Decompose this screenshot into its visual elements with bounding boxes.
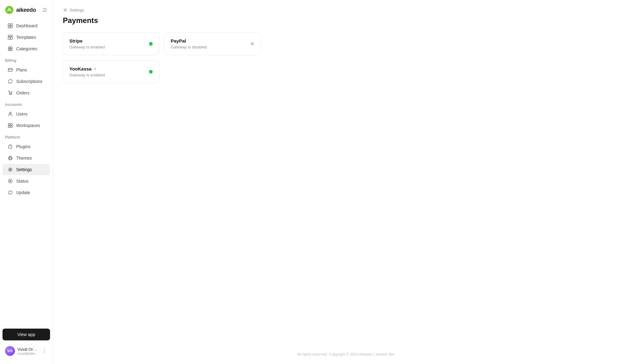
svg-rect-7 (11, 26, 12, 28)
sidebar-item-update-label: Update (16, 190, 30, 195)
settings-breadcrumb-icon (63, 8, 67, 12)
svg-rect-21 (11, 124, 12, 125)
yookassa-status-indicator (149, 70, 153, 74)
sidebar-item-settings[interactable]: Settings (2, 164, 50, 175)
yookassa-card-name: YooKassa ✦ (69, 66, 105, 71)
paypal-card-status: Gateway is disabled (171, 45, 207, 49)
breadcrumb-icon (63, 7, 68, 12)
workspaces-icon (7, 123, 13, 128)
svg-point-30 (44, 352, 45, 353)
sidebar-item-themes[interactable]: Themes (2, 152, 50, 164)
sidebar-item-users-label: Users (16, 111, 28, 116)
sidebar-footer: View app VO Vusal Orujov vusal@aikeedo.c… (0, 325, 53, 361)
paypal-card-info: PayPal Gateway is disabled (171, 38, 207, 49)
stripe-status-indicator (149, 42, 153, 46)
footer-text: All rights reserved. Copyright © 2024 Ai… (297, 352, 395, 357)
svg-rect-20 (8, 124, 10, 125)
user-name: Vusal Orujov (17, 347, 39, 352)
svg-rect-15 (8, 68, 12, 71)
sidebar-item-plugins[interactable]: Plugins (2, 141, 50, 152)
user-avatar: VO (5, 346, 15, 356)
user-info: Vusal Orujov vusal@aikeedo.com (17, 347, 39, 355)
svg-point-16 (9, 70, 10, 71)
breadcrumb-label: Settings (70, 8, 84, 12)
svg-point-12 (11, 47, 12, 49)
sidebar-item-status-label: Status (16, 179, 29, 184)
paypal-card-name: PayPal (171, 38, 207, 43)
sidebar-item-update[interactable]: Update (2, 187, 50, 198)
user-profile-row: VO Vusal Orujov vusal@aikeedo.com (2, 344, 50, 358)
user-menu-button[interactable] (41, 348, 48, 354)
yookassa-card-status: Gateway is enabled (69, 73, 105, 77)
svg-rect-9 (8, 37, 10, 39)
stripe-card-info: Stripe Gateway is enabled (69, 38, 105, 49)
sidebar-item-users[interactable]: Users (2, 108, 50, 120)
sidebar-item-dashboard[interactable]: Dashboard (2, 20, 50, 31)
sidebar-item-subscriptions-label: Subscriptions (16, 79, 42, 84)
svg-point-11 (8, 47, 10, 49)
sidebar-item-subscriptions[interactable]: Subscriptions (2, 76, 50, 87)
svg-rect-6 (8, 26, 10, 28)
sidebar-item-settings-label: Settings (16, 167, 32, 172)
svg-rect-2 (43, 10, 47, 10)
sidebar-item-categories-label: Categories (16, 46, 37, 51)
stripe-card-status: Gateway is enabled (69, 45, 105, 49)
svg-rect-4 (8, 24, 10, 25)
user-menu-icon (42, 348, 47, 353)
stripe-card-name: Stripe (69, 38, 105, 43)
svg-rect-10 (11, 37, 12, 39)
svg-point-13 (8, 49, 10, 51)
sidebar-toggle-icon (42, 7, 48, 13)
sidebar-item-orders-label: Orders (16, 90, 30, 95)
plans-icon (7, 67, 13, 73)
svg-point-28 (44, 349, 45, 350)
breadcrumb: Settings (53, 0, 639, 15)
sidebar-item-templates[interactable]: Templates (2, 32, 50, 43)
svg-rect-3 (43, 11, 47, 12)
yookassa-payment-card[interactable]: YooKassa ✦ Gateway is enabled (63, 60, 159, 83)
accounts-section-label: Accounts (0, 99, 53, 108)
logo-icon (5, 6, 14, 14)
sidebar-item-plans[interactable]: Plans (2, 64, 50, 75)
sidebar-item-plans-label: Plans (16, 67, 27, 72)
dashboard-icon (7, 23, 13, 29)
paypal-status-indicator (250, 42, 254, 46)
user-email: vusal@aikeedo.com (17, 352, 39, 355)
svg-rect-1 (43, 8, 47, 9)
themes-icon (7, 155, 13, 161)
stripe-payment-card[interactable]: Stripe Gateway is enabled (63, 32, 159, 55)
update-icon (7, 190, 13, 195)
paypal-payment-card[interactable]: PayPal Gateway is disabled (164, 32, 261, 55)
yookassa-card-info: YooKassa ✦ Gateway is enabled (69, 66, 105, 77)
yookassa-star-icon: ✦ (93, 66, 97, 71)
categories-icon (7, 46, 13, 52)
svg-point-18 (11, 94, 12, 95)
sidebar-item-themes-label: Themes (16, 156, 32, 161)
view-app-button[interactable]: View app (2, 329, 50, 340)
svg-rect-5 (11, 24, 12, 25)
billing-section-label: Billing (0, 55, 53, 64)
sidebar-item-dashboard-label: Dashboard (16, 23, 38, 28)
sidebar-item-templates-label: Templates (16, 35, 36, 40)
svg-point-19 (9, 112, 11, 114)
sidebar-item-workspaces-label: Workspaces (16, 123, 40, 128)
sidebar: aikeedo Dashboard (0, 0, 53, 364)
sidebar-item-status[interactable]: Status (2, 175, 50, 187)
svg-rect-8 (8, 35, 12, 36)
page-title: Payments (53, 15, 639, 32)
status-icon (7, 178, 13, 184)
logo[interactable]: aikeedo (0, 0, 53, 19)
sidebar-item-plugins-label: Plugins (16, 144, 30, 149)
sidebar-item-categories[interactable]: Categories (2, 43, 50, 54)
sidebar-navigation: Dashboard Templates Categ (0, 19, 53, 325)
svg-rect-23 (11, 126, 12, 128)
orders-icon (7, 90, 13, 96)
users-icon (7, 111, 13, 117)
sidebar-toggle-button[interactable] (42, 7, 48, 13)
settings-icon (7, 167, 13, 172)
plugins-icon (7, 144, 13, 149)
sidebar-item-orders[interactable]: Orders (2, 87, 50, 98)
sidebar-item-workspaces[interactable]: Workspaces (2, 120, 50, 131)
logo-text: aikeedo (16, 7, 36, 13)
subscriptions-icon (7, 79, 13, 84)
